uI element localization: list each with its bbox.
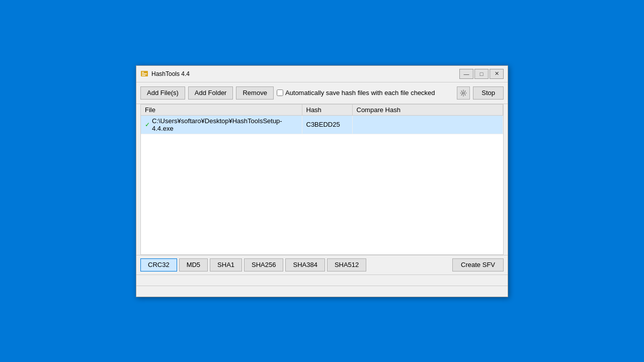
- column-header-compare-hash: Compare Hash: [352, 105, 503, 116]
- auto-save-checkbox[interactable]: [277, 89, 283, 96]
- sha1-button[interactable]: SHA1: [210, 258, 242, 272]
- file-table: File Hash Compare Hash ✓C:\Users¥softaro…: [141, 105, 503, 134]
- status-bar-1: [136, 275, 508, 286]
- column-header-hash: Hash: [302, 105, 352, 116]
- minimize-button[interactable]: —: [459, 69, 473, 79]
- title-bar-controls: — □ ✕: [459, 69, 504, 79]
- svg-rect-1: [142, 72, 144, 73]
- app-icon: [140, 70, 148, 78]
- file-table-body: ✓C:\Users¥softaro¥Desktop¥HashToolsSetup…: [141, 115, 503, 134]
- file-table-container: File Hash Compare Hash ✓C:\Users¥softaro…: [140, 104, 504, 255]
- stop-button[interactable]: Stop: [473, 86, 504, 100]
- auto-save-label[interactable]: Automatically save hash files with each …: [277, 89, 435, 97]
- crc32-button[interactable]: CRC32: [140, 258, 177, 272]
- add-file-button[interactable]: Add File(s): [140, 86, 185, 100]
- sha512-button[interactable]: SHA512: [327, 258, 366, 272]
- compare-hash-cell: [352, 115, 503, 134]
- sha256-button[interactable]: SHA256: [244, 258, 283, 272]
- toolbar: Add File(s) Add Folder Remove Automatica…: [136, 82, 508, 104]
- svg-point-4: [462, 92, 464, 94]
- hash-cell: C3BEDD25: [302, 115, 352, 134]
- table-header-row: File Hash Compare Hash: [141, 105, 503, 116]
- remove-button[interactable]: Remove: [236, 86, 273, 100]
- create-sfv-button[interactable]: Create SFV: [452, 258, 504, 272]
- svg-rect-2: [142, 73, 147, 74]
- column-header-file: File: [141, 105, 302, 116]
- file-cell: ✓C:\Users¥softaro¥Desktop¥HashToolsSetup…: [141, 115, 302, 134]
- title-bar-left: HashTools 4.4: [140, 70, 190, 78]
- check-icon: ✓: [145, 121, 150, 128]
- table-row[interactable]: ✓C:\Users¥softaro¥Desktop¥HashToolsSetup…: [141, 115, 503, 134]
- close-button[interactable]: ✕: [490, 69, 504, 79]
- window-title: HashTools 4.4: [151, 70, 190, 77]
- file-path: C:\Users¥softaro¥Desktop¥HashToolsSetup-…: [152, 117, 298, 132]
- maximize-button[interactable]: □: [474, 69, 489, 79]
- md5-button[interactable]: MD5: [179, 258, 208, 272]
- status-bar-2: [136, 286, 508, 297]
- svg-rect-3: [142, 75, 145, 76]
- settings-button[interactable]: [457, 86, 470, 100]
- title-bar: HashTools 4.4 — □ ✕: [136, 66, 508, 82]
- sha384-button[interactable]: SHA384: [285, 258, 325, 272]
- main-window: HashTools 4.4 — □ ✕ Add File(s) Add Fold…: [136, 65, 508, 297]
- bottom-toolbar: CRC32 MD5 SHA1 SHA256 SHA384 SHA512 Crea…: [136, 255, 508, 275]
- add-folder-button[interactable]: Add Folder: [188, 86, 233, 100]
